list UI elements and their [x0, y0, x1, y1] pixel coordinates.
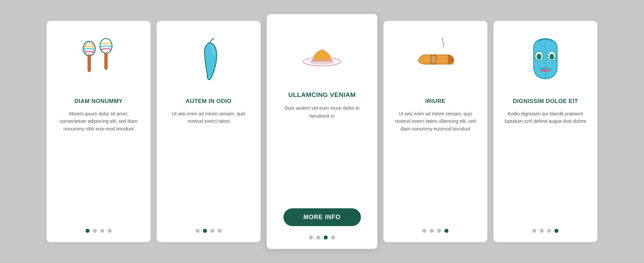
dot-3[interactable]: [108, 229, 112, 233]
dot-2[interactable]: [547, 229, 551, 233]
pagination-dots: [196, 229, 222, 233]
svg-rect-10: [431, 56, 436, 63]
card-diam-nonummy: DIAM NONUMMY Morem ipsum dolor sit amet,…: [47, 21, 151, 242]
dot-2[interactable]: [210, 229, 214, 233]
pagination-dots: [532, 229, 558, 233]
maracas-icon: [77, 34, 120, 88]
card-iriure: IRIURE Ut wisi enim ad minim veniam, qui…: [383, 21, 487, 242]
svg-rect-4: [105, 53, 107, 69]
card-title: DIGNISSIM DOLOE EIT: [513, 98, 578, 105]
dot-3[interactable]: [554, 229, 558, 233]
card-title: AUTEM IN ODIO: [186, 98, 232, 105]
dot-3[interactable]: [331, 235, 335, 240]
dot-0[interactable]: [422, 229, 426, 233]
chili-icon: [187, 34, 230, 88]
dot-3[interactable]: [444, 229, 448, 233]
card-body: Duis autem vel eum iriure dolor in hendr…: [277, 104, 367, 200]
sombrero-icon: [300, 28, 344, 81]
card-body: Morem ipsum dolor sit amet, consectetuer…: [57, 110, 141, 219]
dot-3[interactable]: [218, 229, 222, 233]
card-dignissim-doloe-eit: DIGNISSIM DOLOE EIT Kodio dignissim qui …: [493, 21, 597, 242]
svg-point-7: [310, 59, 333, 64]
mask-icon: [524, 34, 567, 88]
card-body: Kodio dignissim qui blandit praesent lup…: [503, 110, 587, 219]
dot-1[interactable]: [316, 235, 320, 240]
card-ullamcing-veniam: ULLAMCING VENIAM Duis autem vel eum iriu…: [267, 14, 377, 249]
dot-2[interactable]: [437, 229, 441, 233]
dot-1[interactable]: [93, 229, 97, 233]
dot-0[interactable]: [532, 229, 536, 233]
card-body: Ut wisi enim ad minim veniam, quis nostr…: [167, 110, 251, 219]
dot-2[interactable]: [100, 229, 104, 233]
pagination-dots: [86, 229, 112, 233]
card-autem-in-odio: AUTEM IN ODIO Ut wisi enim ad minim veni…: [157, 21, 261, 242]
dot-1[interactable]: [203, 229, 207, 233]
dot-1[interactable]: [540, 229, 544, 233]
dot-2[interactable]: [324, 235, 328, 240]
dot-1[interactable]: [430, 229, 434, 233]
card-body: Ut wisi enim ad minim veniam, quis nostr…: [393, 110, 477, 219]
cigar-icon: [414, 34, 457, 88]
cards-container: DIAM NONUMMY Morem ipsum dolor sit amet,…: [26, 1, 618, 262]
card-title: DIAM NONUMMY: [74, 98, 123, 105]
dot-0[interactable]: [86, 229, 90, 233]
dot-0[interactable]: [196, 229, 200, 233]
card-title: ULLAMCING VENIAM: [288, 91, 356, 99]
svg-rect-2: [88, 55, 91, 72]
pagination-dots: [422, 229, 448, 233]
svg-point-14: [549, 54, 554, 60]
svg-point-8: [448, 58, 452, 61]
pagination-dots: [309, 235, 335, 240]
card-title: IRIURE: [425, 98, 446, 105]
more-info-button[interactable]: MORE INFO: [283, 208, 361, 226]
dot-0[interactable]: [309, 235, 313, 240]
svg-point-12: [537, 54, 541, 60]
